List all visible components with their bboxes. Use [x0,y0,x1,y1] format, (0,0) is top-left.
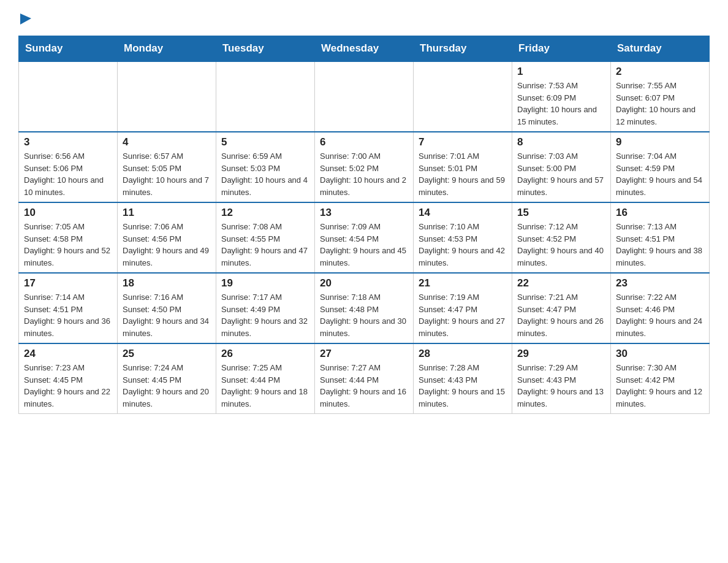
daylight-text: Daylight: 9 hours and 20 minutes. [123,387,209,408]
day-number: 8 [517,136,605,148]
sunrise-text: Sunrise: 7:22 AM [616,293,677,302]
sunset-text: Sunset: 4:47 PM [517,305,576,314]
day-number: 13 [320,207,408,219]
day-info: Sunrise: 7:22 AM Sunset: 4:46 PM Dayligh… [616,291,704,339]
sunrise-text: Sunrise: 7:13 AM [616,222,677,231]
daylight-text: Daylight: 9 hours and 16 minutes. [320,387,406,408]
sunrise-text: Sunrise: 7:28 AM [419,363,479,372]
column-header-sunday: Sunday [19,36,118,62]
sunset-text: Sunset: 4:45 PM [24,375,83,385]
sunrise-text: Sunrise: 7:24 AM [123,363,183,372]
day-info: Sunrise: 7:13 AM Sunset: 4:51 PM Dayligh… [616,221,704,269]
daylight-text: Daylight: 9 hours and 38 minutes. [616,246,702,267]
daylight-text: Daylight: 9 hours and 34 minutes. [123,316,209,338]
day-number: 14 [419,207,507,219]
calendar-week-row: 24 Sunrise: 7:23 AM Sunset: 4:45 PM Dayl… [19,343,710,414]
day-info: Sunrise: 7:29 AM Sunset: 4:43 PM Dayligh… [517,362,605,410]
column-header-monday: Monday [118,36,216,62]
calendar-cell [315,61,414,132]
day-info: Sunrise: 7:01 AM Sunset: 5:01 PM Dayligh… [419,150,507,198]
daylight-text: Daylight: 9 hours and 32 minutes. [221,316,308,338]
calendar-cell: 13 Sunrise: 7:09 AM Sunset: 4:54 PM Dayl… [315,202,414,273]
sunrise-text: Sunrise: 7:05 AM [24,222,85,231]
sunrise-text: Sunrise: 7:55 AM [616,81,677,90]
day-info: Sunrise: 6:57 AM Sunset: 5:05 PM Dayligh… [123,150,211,198]
calendar-cell: 22 Sunrise: 7:21 AM Sunset: 4:47 PM Dayl… [512,273,611,343]
sunset-text: Sunset: 5:05 PM [123,164,181,173]
calendar-cell: 18 Sunrise: 7:16 AM Sunset: 4:50 PM Dayl… [118,273,216,343]
calendar-week-row: 17 Sunrise: 7:14 AM Sunset: 4:51 PM Dayl… [19,273,710,343]
daylight-text: Daylight: 9 hours and 59 minutes. [419,175,505,197]
calendar-cell: 20 Sunrise: 7:18 AM Sunset: 4:48 PM Dayl… [315,273,414,343]
sunrise-text: Sunrise: 6:57 AM [123,151,183,161]
day-number: 19 [221,277,309,289]
sunrise-text: Sunrise: 7:19 AM [419,293,479,302]
sunrise-text: Sunrise: 7:14 AM [24,293,85,302]
day-info: Sunrise: 7:00 AM Sunset: 5:02 PM Dayligh… [320,150,408,198]
day-number: 1 [517,66,605,78]
sunset-text: Sunset: 4:48 PM [320,305,379,314]
calendar-cell: 23 Sunrise: 7:22 AM Sunset: 4:46 PM Dayl… [611,273,710,343]
sunrise-text: Sunrise: 7:21 AM [517,293,578,302]
calendar-cell: 5 Sunrise: 6:59 AM Sunset: 5:03 PM Dayli… [216,132,315,202]
calendar-week-row: 3 Sunrise: 6:56 AM Sunset: 5:06 PM Dayli… [19,132,710,202]
day-info: Sunrise: 7:21 AM Sunset: 4:47 PM Dayligh… [517,291,605,339]
calendar-cell: 24 Sunrise: 7:23 AM Sunset: 4:45 PM Dayl… [19,343,118,414]
calendar-cell: 8 Sunrise: 7:03 AM Sunset: 5:00 PM Dayli… [512,132,611,202]
calendar-cell: 17 Sunrise: 7:14 AM Sunset: 4:51 PM Dayl… [19,273,118,343]
daylight-text: Daylight: 9 hours and 42 minutes. [419,246,505,267]
sunset-text: Sunset: 4:43 PM [419,375,477,385]
calendar-cell: 9 Sunrise: 7:04 AM Sunset: 4:59 PM Dayli… [611,132,710,202]
sunset-text: Sunset: 4:58 PM [24,234,83,243]
day-number: 27 [320,348,408,360]
day-number: 22 [517,277,605,289]
calendar-table: SundayMondayTuesdayWednesdayThursdayFrid… [18,36,710,414]
calendar-cell [118,61,216,132]
day-info: Sunrise: 7:14 AM Sunset: 4:51 PM Dayligh… [24,291,112,339]
sunset-text: Sunset: 4:49 PM [221,305,280,314]
day-number: 4 [123,136,211,148]
day-info: Sunrise: 7:28 AM Sunset: 4:43 PM Dayligh… [419,362,507,410]
day-info: Sunrise: 7:19 AM Sunset: 4:47 PM Dayligh… [419,291,507,339]
sunrise-text: Sunrise: 7:10 AM [419,222,479,231]
sunrise-text: Sunrise: 6:59 AM [221,151,282,161]
sunrise-text: Sunrise: 7:00 AM [320,151,381,161]
day-info: Sunrise: 7:12 AM Sunset: 4:52 PM Dayligh… [517,221,605,269]
logo-arrow-icon [20,13,31,27]
day-info: Sunrise: 7:16 AM Sunset: 4:50 PM Dayligh… [123,291,211,339]
day-number: 20 [320,277,408,289]
day-info: Sunrise: 7:24 AM Sunset: 4:45 PM Dayligh… [123,362,211,410]
day-info: Sunrise: 6:56 AM Sunset: 5:06 PM Dayligh… [24,150,112,198]
daylight-text: Daylight: 9 hours and 47 minutes. [221,246,308,267]
page-header [18,12,710,26]
calendar-week-row: 10 Sunrise: 7:05 AM Sunset: 4:58 PM Dayl… [19,202,710,273]
daylight-text: Daylight: 10 hours and 15 minutes. [517,105,597,126]
sunset-text: Sunset: 4:54 PM [320,234,379,243]
calendar-cell: 14 Sunrise: 7:10 AM Sunset: 4:53 PM Dayl… [414,202,512,273]
svg-marker-0 [20,13,31,25]
day-number: 30 [616,348,704,360]
day-info: Sunrise: 7:30 AM Sunset: 4:42 PM Dayligh… [616,362,704,410]
day-number: 10 [24,207,112,219]
sunrise-text: Sunrise: 7:23 AM [24,363,85,372]
sunset-text: Sunset: 6:09 PM [517,93,576,102]
sunset-text: Sunset: 4:59 PM [616,164,675,173]
sunset-text: Sunset: 5:00 PM [517,164,576,173]
calendar-cell: 16 Sunrise: 7:13 AM Sunset: 4:51 PM Dayl… [611,202,710,273]
day-number: 24 [24,348,112,360]
sunset-text: Sunset: 4:55 PM [221,234,280,243]
sunset-text: Sunset: 4:51 PM [24,305,83,314]
daylight-text: Daylight: 9 hours and 13 minutes. [517,387,604,408]
daylight-text: Daylight: 9 hours and 27 minutes. [419,316,505,338]
day-info: Sunrise: 7:06 AM Sunset: 4:56 PM Dayligh… [123,221,211,269]
daylight-text: Daylight: 9 hours and 18 minutes. [221,387,308,408]
calendar-cell: 11 Sunrise: 7:06 AM Sunset: 4:56 PM Dayl… [118,202,216,273]
day-info: Sunrise: 7:25 AM Sunset: 4:44 PM Dayligh… [221,362,309,410]
day-number: 16 [616,207,704,219]
sunrise-text: Sunrise: 7:03 AM [517,151,578,161]
sunset-text: Sunset: 4:45 PM [123,375,181,385]
sunrise-text: Sunrise: 7:09 AM [320,222,381,231]
day-number: 12 [221,207,309,219]
day-number: 6 [320,136,408,148]
calendar-week-row: 1 Sunrise: 7:53 AM Sunset: 6:09 PM Dayli… [19,61,710,132]
